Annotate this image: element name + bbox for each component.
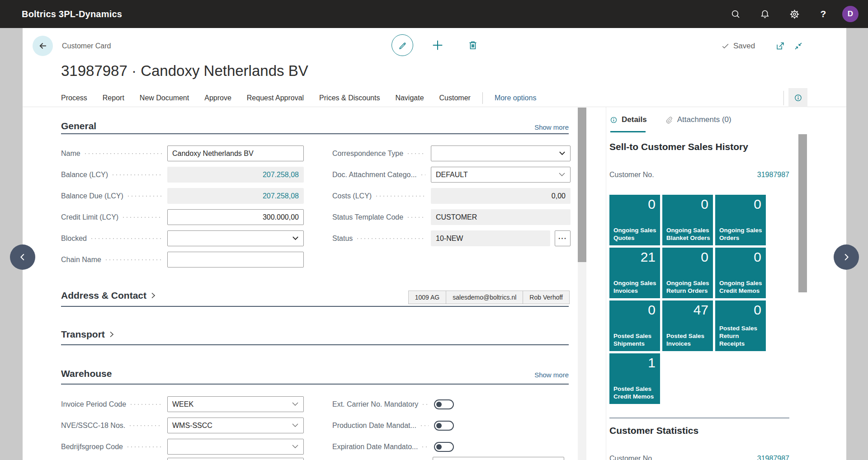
status-assist-edit-button[interactable]: ··· [555,230,571,246]
tab-details[interactable]: Details [609,115,647,124]
app-title: Boltrics 3PL-Dynamics [22,9,122,19]
notifications-icon[interactable] [752,9,778,19]
doc-attach-select[interactable]: DEFAULT [431,167,571,183]
next-record-button[interactable] [834,244,859,270]
tile-ongoing-sales-credit-memos[interactable]: 0Ongoing Sales Credit Memos [715,248,766,298]
invoice-period-label: Invoice Period Code [61,400,126,408]
balance-due-label: Balance Due (LCY) [61,192,123,200]
chevron-down-icon [292,422,299,430]
chevron-right-icon [150,292,156,299]
balance-field[interactable]: 207.258,08 [167,167,304,183]
chevron-right-icon [108,331,115,338]
open-in-new-window-icon[interactable] [772,38,788,54]
sscc-select[interactable]: WMS-SSCC [167,418,304,433]
main-scrollbar-track[interactable] [578,262,586,460]
credit-limit-label: Credit Limit (LCY) [61,213,118,221]
balance-due-field[interactable]: 207.258,08 [167,188,304,204]
status-template-label: Status Template Code [332,213,403,221]
menu-new-document[interactable]: New Document [140,94,189,102]
section-transport[interactable]: Transport [61,329,115,340]
tile-ongoing-sales-quotes[interactable]: 0Ongoing Sales Quotes [609,195,660,245]
chevron-down-icon [292,400,299,408]
chain-name-field[interactable] [167,252,304,268]
name-label: Name [61,150,80,158]
help-icon[interactable]: ? [811,9,835,19]
credit-limit-field[interactable] [167,209,304,225]
status-field: 10-NEW [431,230,550,246]
search-icon[interactable] [719,9,752,19]
section-general[interactable]: General [61,121,96,131]
customer-card: Customer Card Saved 31987987 · Candoxy N… [23,28,846,460]
section-address-contact[interactable]: Address & Contact [61,290,156,301]
tile-posted-sales-invoices[interactable]: 47Posted Sales Invoices [662,300,713,351]
back-button[interactable] [33,36,53,56]
tile-posted-sales-return-receipts[interactable]: 0Posted Sales Return Receipts [715,300,766,351]
ext-carrier-toggle[interactable] [434,399,454,409]
saved-label: Saved [733,42,755,51]
status-label: Status [332,235,353,243]
correspondence-select[interactable] [431,146,571,161]
tile-posted-sales-credit-memos[interactable]: 1Posted Sales Credit Memos [609,353,660,404]
tab-attachments[interactable]: Attachments (0) [666,115,731,124]
warehouse-show-more[interactable]: Show more [534,371,569,379]
chevron-down-icon [292,443,299,451]
ribbon-divider [482,92,483,104]
menu-navigate[interactable]: Navigate [395,94,424,102]
transport-rule [61,344,569,345]
general-show-more[interactable]: Show more [534,123,569,131]
menu-report[interactable]: Report [103,94,124,102]
email-chip[interactable]: salesdemo@boltrics.nl [446,291,523,304]
contact-chip[interactable]: Rob Verhoff [523,291,570,304]
address-rule [61,306,569,307]
menu-prices-discounts[interactable]: Prices & Discounts [319,94,380,102]
avatar[interactable]: D [842,6,859,22]
menu-request-approval[interactable]: Request Approval [247,94,304,102]
action-ribbon: Process Report New Document Approve Requ… [23,89,846,107]
name-field[interactable] [167,146,304,161]
tile-ongoing-sales-blanket-orders[interactable]: 0Ongoing Sales Blanket Orders [662,195,713,245]
main-scrollbar-thumb[interactable] [578,108,586,262]
blocked-select[interactable] [167,230,304,246]
chevron-down-icon [559,150,566,158]
postcode-chip[interactable]: 1009 AG [408,291,447,304]
page-title: 31987987 · Candoxy Netherlands BV [61,62,308,80]
factbox-scrollbar-thumb[interactable] [798,134,807,292]
statistics-customer-no-link[interactable]: 31987987 [757,455,789,460]
tile-posted-sales-shipments[interactable]: 0Posted Sales Shipments [609,300,660,351]
delete-button[interactable] [463,36,482,55]
more-options[interactable]: More options [495,94,537,102]
section-warehouse[interactable]: Warehouse [61,368,112,379]
partial-field[interactable] [433,457,564,460]
general-rule [61,133,569,134]
bedrijfsgroep-select[interactable] [167,439,304,455]
tile-ongoing-sales-return-orders[interactable]: 0Ongoing Sales Return Orders [662,248,713,298]
status-template-field: CUSTOMER [431,209,571,225]
invoice-period-select[interactable]: WEEK [167,396,304,412]
info-icon [609,116,618,124]
breadcrumb[interactable]: Customer Card [62,42,111,50]
tile-ongoing-sales-orders[interactable]: 0Ongoing Sales Orders [715,195,766,245]
expiration-date-label: Expiration Date Mandato... [332,443,418,451]
minimize-icon[interactable] [790,38,807,54]
factbox-info-toggle[interactable] [788,88,807,107]
correspondence-label: Correspondence Type [332,150,403,158]
partial-field[interactable] [167,458,304,460]
avatar-wrap: D [835,6,865,22]
expiration-date-toggle[interactable] [434,442,454,452]
ribbon-end-divider [783,91,784,105]
new-button[interactable] [428,36,447,55]
factbox-section-rule [609,418,789,418]
edit-button[interactable] [392,34,413,56]
production-date-toggle[interactable] [434,421,454,431]
menu-approve[interactable]: Approve [204,94,231,102]
menu-process[interactable]: Process [61,94,87,102]
topbar-actions: ? D [719,0,865,28]
customer-no-link[interactable]: 31987987 [757,171,789,179]
settings-gear-icon[interactable] [778,9,811,20]
previous-record-button[interactable] [10,244,35,270]
top-bar: Boltrics 3PL-Dynamics ? D [0,0,868,28]
sales-history-tiles: 0Ongoing Sales Quotes 0Ongoing Sales Bla… [609,195,766,404]
menu-customer[interactable]: Customer [439,94,471,102]
warehouse-rule [61,384,569,385]
tile-ongoing-sales-invoices[interactable]: 21Ongoing Sales Invoices [609,248,660,298]
